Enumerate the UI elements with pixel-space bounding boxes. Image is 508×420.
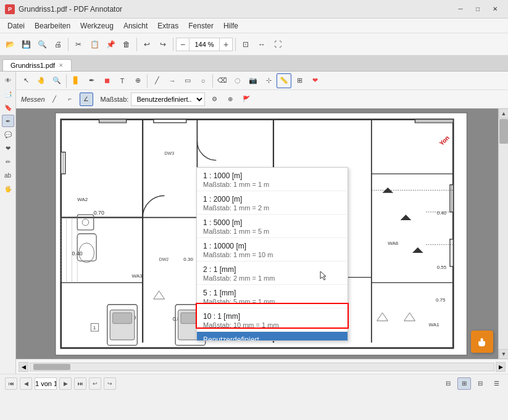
scroll-left-button[interactable]: ◀ — [19, 362, 28, 372]
scale-option-3[interactable]: 1 : 10000 [m] Maßstab: 1 mm = 10 m — [197, 238, 348, 261]
hand-tool[interactable]: 🤚 — [34, 73, 49, 88]
measure-poly-btn[interactable]: ⌐ — [64, 93, 77, 106]
scroll-right-button[interactable]: ▶ — [496, 362, 506, 372]
sidebar-btn-6[interactable]: ❤ — [2, 142, 14, 154]
arrow-tool[interactable]: → — [165, 73, 180, 88]
main-toolbar: 📂 💾 🔍 🖨 ✂ 📋 📌 🗑 ↩ ↪ − + ⊡ ↔ ⛶ — [0, 33, 508, 56]
pen-tool[interactable]: ✒ — [84, 73, 99, 88]
scale-option-6[interactable]: 10 : 1 [mm] Maßstab: 10 mm = 1 mm — [197, 308, 348, 332]
measure-tool[interactable]: 📏 — [277, 73, 291, 88]
bottom-scrollbar: ◀ ▶ — [16, 359, 508, 374]
svg-rect-22 — [450, 239, 453, 266]
forward-button[interactable]: ↪ — [104, 377, 116, 390]
line-tool[interactable]: ╱ — [149, 73, 164, 88]
scale-select[interactable]: Benutzerdefiniert... — [131, 93, 205, 106]
search-button[interactable]: 🔍 — [35, 37, 49, 52]
menu-werkzeug[interactable]: Werkzeug — [75, 20, 119, 31]
save-button[interactable]: 💾 — [19, 37, 33, 52]
zoom-input[interactable] — [189, 38, 220, 51]
scale-option-5[interactable]: 5 : 1 [mm] Maßstab: 5 mm = 1 mm — [197, 285, 348, 308]
maximize-button[interactable]: □ — [470, 4, 486, 15]
lasso-tool[interactable]: ◌ — [230, 73, 245, 88]
paste-button[interactable]: 📌 — [103, 37, 118, 52]
sidebar-btn-8[interactable]: ab — [2, 169, 14, 181]
scale-option-7[interactable]: Benutzerdefiniert... Maßstab: 1 mm = 1 m… — [197, 332, 348, 340]
delete-button[interactable]: 🗑 — [119, 37, 134, 52]
menu-ansicht[interactable]: Ansicht — [119, 20, 152, 31]
measure-angle-btn[interactable]: ∠ — [80, 93, 93, 106]
two-page-view[interactable]: ⊞ — [457, 377, 471, 390]
eraser-tool[interactable]: ⌫ — [215, 73, 230, 88]
hscroll-track[interactable] — [30, 363, 494, 371]
grid-view[interactable]: ⊟ — [473, 377, 487, 390]
scale-option-4[interactable]: 2 : 1 [mm] Maßstab: 2 mm = 1 mm — [197, 261, 348, 285]
highlight-tool[interactable]: ▊ — [69, 73, 83, 88]
print-button[interactable]: 🖨 — [51, 37, 65, 52]
menu-hilfe[interactable]: Hilfe — [219, 20, 243, 31]
scroll-thumb[interactable] — [499, 119, 508, 144]
info-btn[interactable]: 🚩 — [239, 93, 253, 106]
sidebar-btn-2[interactable]: 📑 — [2, 88, 14, 100]
hscroll-thumb[interactable] — [33, 364, 70, 370]
zoom-out-button[interactable]: − — [177, 38, 189, 51]
canvas-area[interactable]: WA2 WA3 WA8 WA1 DW3 DW2 DW1 0.70 0.40 0.… — [16, 109, 498, 359]
sidebar-btn-7[interactable]: ✏ — [2, 155, 14, 168]
snap-btn[interactable]: ⊕ — [223, 93, 237, 106]
scroll-up-button[interactable]: ▲ — [499, 109, 508, 118]
scale-option-0[interactable]: 1 : 1000 [m] Maßstab: 1 mm = 1 m — [197, 168, 348, 191]
insert-tool[interactable]: ⊞ — [292, 73, 307, 88]
sidebar-btn-4[interactable]: ✒ — [2, 115, 14, 127]
favorite-tool[interactable]: ❤ — [307, 73, 322, 88]
zoom-in-button[interactable]: + — [220, 38, 232, 51]
scale-option-1[interactable]: 1 : 2000 [m] Maßstab: 1 mm = 2 m — [197, 191, 348, 215]
scale-option-2[interactable]: 1 : 5000 [m] Maßstab: 1 mm = 5 m — [197, 215, 348, 238]
measure-line-btn[interactable]: ╱ — [48, 93, 61, 106]
sidebar-btn-5[interactable]: 💬 — [2, 128, 14, 141]
svg-text:0.70: 0.70 — [94, 210, 104, 216]
copy-button[interactable]: 📋 — [87, 37, 102, 52]
fit-page-button[interactable]: ⊡ — [238, 37, 253, 52]
menu-bearbeiten[interactable]: Bearbeiten — [30, 20, 75, 31]
single-page-view[interactable]: ⊟ — [441, 377, 455, 390]
last-page-button[interactable]: ⏭ — [74, 377, 86, 390]
redo-button[interactable]: ↪ — [156, 37, 170, 52]
menu-extras[interactable]: Extras — [152, 20, 183, 31]
marker-tool[interactable]: ◼ — [99, 73, 114, 88]
zoom-tool[interactable]: 🔍 — [49, 73, 64, 88]
scroll-track[interactable] — [499, 118, 508, 349]
tab-close-button[interactable]: ✕ — [59, 62, 64, 68]
back-button[interactable]: ↩ — [89, 377, 101, 390]
camera-tool[interactable]: 📷 — [246, 73, 260, 88]
title-bar: P Grundriss1.pdf - PDF Annotator ─ □ ✕ — [0, 0, 508, 19]
rect-tool[interactable]: ▭ — [180, 73, 195, 88]
first-page-button[interactable]: ⏮ — [5, 377, 17, 390]
undo-button[interactable]: ↩ — [139, 37, 154, 52]
next-page-button[interactable]: ▶ — [59, 377, 72, 390]
text-tool[interactable]: T — [115, 73, 130, 88]
ellipse-tool[interactable]: ○ — [196, 73, 210, 88]
scroll-down-button[interactable]: ▼ — [499, 349, 508, 359]
page-input[interactable] — [35, 377, 57, 390]
menu-datei[interactable]: Datei — [2, 20, 30, 31]
open-button[interactable]: 📂 — [2, 37, 17, 52]
cut-button[interactable]: ✂ — [71, 37, 86, 52]
sidebar-btn-9[interactable]: 🖐 — [2, 183, 14, 195]
fullscreen-button[interactable]: ⛶ — [270, 37, 285, 52]
measure-label: Messen — [21, 96, 45, 103]
select-tool[interactable]: ↖ — [19, 73, 33, 88]
minimize-button[interactable]: ─ — [452, 4, 468, 15]
scale-settings-btn[interactable]: ⚙ — [207, 93, 221, 106]
prev-page-button[interactable]: ◀ — [20, 377, 32, 390]
close-button[interactable]: ✕ — [487, 4, 503, 15]
document-tab[interactable]: Grundriss1.pdf ✕ — [2, 59, 72, 71]
sidebar-btn-1[interactable]: 👁 — [2, 74, 14, 86]
sidebar-btn-3[interactable]: 🔖 — [2, 101, 14, 113]
crop-tool[interactable]: ⊹ — [261, 73, 276, 88]
menu-fenster[interactable]: Fenster — [183, 20, 219, 31]
fit-width-button[interactable]: ↔ — [254, 37, 269, 52]
scroll-view[interactable]: ☰ — [489, 377, 503, 390]
scale-dropdown-list[interactable]: 1 : 1000 [m] Maßstab: 1 mm = 1 m 1 : 200… — [197, 168, 348, 340]
stamp-tool[interactable]: ⊕ — [130, 73, 145, 88]
right-scrollbar[interactable]: ▲ ▼ — [498, 109, 508, 359]
hand-tool-floating-button[interactable] — [471, 331, 493, 353]
